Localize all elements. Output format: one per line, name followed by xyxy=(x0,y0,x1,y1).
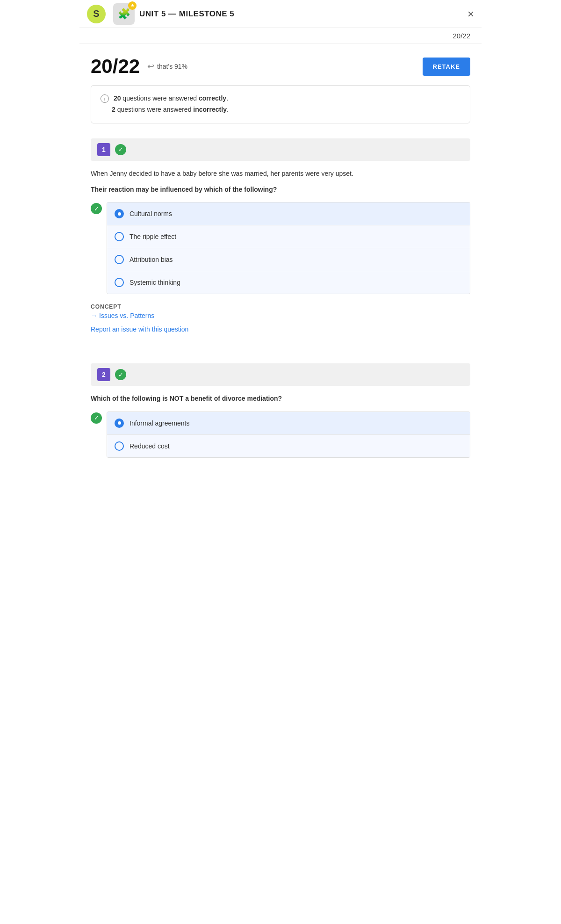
main-content: 20/22 ↩ that's 91% RETAKE i 20 questions… xyxy=(79,44,482,495)
correct-indicator-1: ✓ xyxy=(91,203,102,214)
concept-link-1[interactable]: → Issues vs. Patterns xyxy=(91,312,470,319)
close-icon[interactable]: × xyxy=(468,8,474,20)
question-header-2: 2 ✓ xyxy=(91,363,470,386)
option-row[interactable]: Attribution bias xyxy=(107,248,470,271)
question-prompt-2: Which of the following is NOT a benefit … xyxy=(91,393,470,404)
puzzle-icon: 🧩 xyxy=(118,8,130,20)
option-label: Systemic thinking xyxy=(129,279,180,286)
option-label: Informal agreements xyxy=(129,419,189,427)
nav-title: UNIT 5 — MILESTONE 5 xyxy=(139,9,234,19)
option-row[interactable]: Informal agreements xyxy=(107,412,470,435)
question-number-1: 1 xyxy=(97,143,110,156)
score-header: 20/22 ↩ that's 91% RETAKE xyxy=(91,55,470,78)
options-container-2: ✓ Informal agreements Reduced cost xyxy=(91,411,470,458)
question-block-1: 1 ✓ When Jenny decided to have a baby be… xyxy=(91,138,470,334)
correct-bold: correctly xyxy=(199,94,226,102)
score-big: 20/22 xyxy=(91,55,140,78)
radio-empty-icon xyxy=(115,255,124,264)
milestone-badge: 🧩 ★ xyxy=(113,3,135,25)
correct-check-1: ✓ xyxy=(115,144,126,155)
option-label: Cultural norms xyxy=(129,210,172,217)
option-row[interactable]: Systemic thinking xyxy=(107,271,470,294)
question-header-1: 1 ✓ xyxy=(91,138,470,161)
concept-link-arrow: → xyxy=(91,312,97,319)
logo: S xyxy=(87,5,106,23)
radio-filled-icon xyxy=(115,209,124,218)
concept-label-1: CONCEPT xyxy=(91,303,470,310)
incorrect-line: 2 questions were answered incorrectly. xyxy=(112,104,460,116)
option-row[interactable]: Cultural norms xyxy=(107,202,470,225)
info-icon: i xyxy=(101,94,109,103)
options-container-1: ✓ Cultural norms The ripple effect Attri… xyxy=(91,202,470,294)
question-context-1: When Jenny decided to have a baby before… xyxy=(91,168,470,179)
radio-empty-icon xyxy=(115,441,124,451)
correct-line: i 20 questions were answered correctly. xyxy=(101,93,460,104)
correct-check-2: ✓ xyxy=(115,369,126,380)
incorrect-count: 2 xyxy=(112,106,115,113)
radio-empty-icon xyxy=(115,232,124,241)
radio-empty-icon xyxy=(115,278,124,287)
score-bar-label: 20/22 xyxy=(453,32,470,40)
option-row[interactable]: Reduced cost xyxy=(107,435,470,457)
top-nav: S 🧩 ★ UNIT 5 — MILESTONE 5 × xyxy=(79,0,482,28)
subtitle-arrow-icon: ↩ xyxy=(147,61,154,72)
incorrect-text: questions were answered xyxy=(115,106,194,113)
radio-filled-icon xyxy=(115,419,124,428)
option-row[interactable]: The ripple effect xyxy=(107,225,470,248)
question-prompt-1: Their reaction may be influenced by whic… xyxy=(91,184,470,195)
incorrect-bold: incorrectly xyxy=(193,106,227,113)
options-list-2: Informal agreements Reduced cost xyxy=(107,411,470,458)
question-number-2: 2 xyxy=(97,368,110,381)
retake-button[interactable]: RETAKE xyxy=(423,58,470,76)
subtitle-text: that's 91% xyxy=(157,63,187,70)
concept-section-1: CONCEPT → Issues vs. Patterns Report an … xyxy=(91,303,470,333)
logo-text: S xyxy=(93,8,99,19)
report-link-1[interactable]: Report an issue with this question xyxy=(91,325,188,333)
options-list-1: Cultural norms The ripple effect Attribu… xyxy=(107,202,470,294)
badge-star-icon: ★ xyxy=(128,1,137,10)
option-label: The ripple effect xyxy=(129,233,176,240)
info-box: i 20 questions were answered correctly. … xyxy=(91,85,470,123)
score-bar: 20/22 xyxy=(79,28,482,44)
score-subtitle: ↩ that's 91% xyxy=(147,61,187,72)
correct-count: 20 xyxy=(114,94,121,102)
option-label: Reduced cost xyxy=(129,442,170,450)
concept-link-text: Issues vs. Patterns xyxy=(99,312,154,319)
option-label: Attribution bias xyxy=(129,256,173,263)
correct-text: questions were answered xyxy=(121,94,199,102)
correct-indicator-2: ✓ xyxy=(91,412,102,424)
question-block-2: 2 ✓ Which of the following is NOT a bene… xyxy=(91,363,470,457)
